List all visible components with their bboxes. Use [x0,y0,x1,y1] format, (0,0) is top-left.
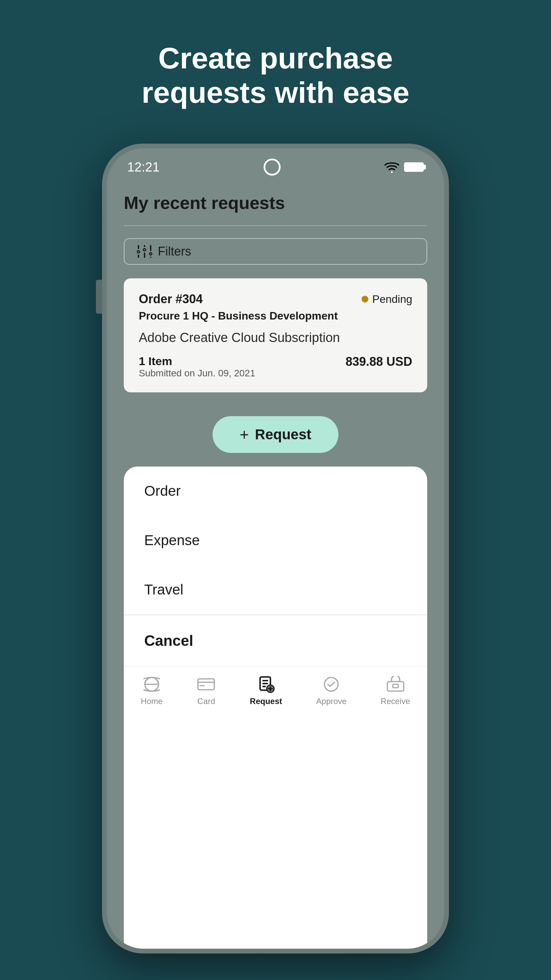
nav-item-receive[interactable]: Receive [381,675,410,706]
status-bar: 12:21 [107,148,444,179]
svg-rect-3 [198,679,214,690]
nav-item-home[interactable]: Home [141,675,163,706]
bottom-nav: Home Card [124,666,427,718]
nav-label-request: Request [250,697,282,706]
nav-label-home: Home [141,697,163,706]
order-card-header: Order #304 Pending [139,292,412,306]
order-items-count: 1 Item [139,355,255,368]
bottom-sheet: Order Expense Travel Cancel [124,466,427,949]
order-amount: 839.88 USD [346,355,412,369]
nav-item-request[interactable]: Request [250,675,282,706]
nav-label-approve: Approve [316,697,346,706]
order-footer: 1 Item Submitted on Jun. 09, 2021 839.88… [139,355,412,379]
order-items: 1 Item Submitted on Jun. 09, 2021 [139,355,255,379]
nav-label-card: Card [197,697,215,706]
page-title: Create purchase requests with ease [122,41,429,110]
phone-inner: 12:21 My recent requests [107,148,444,949]
request-button-area: + Request [124,406,427,466]
svg-point-0 [391,172,393,173]
filter-button[interactable]: Filters [124,238,427,265]
card-icon [197,675,216,694]
status-icons [384,161,424,173]
svg-point-13 [324,678,338,691]
status-text: Pending [372,293,412,305]
sheet-option-travel[interactable]: Travel [124,565,427,614]
order-number: Order #304 [139,292,203,306]
status-badge: Pending [362,293,412,305]
request-icon [256,675,275,694]
order-location: Procure 1 HQ - Business Development [139,310,412,322]
order-date: Submitted on Jun. 09, 2021 [139,368,255,379]
phone-wrapper: 12:21 My recent requests [102,143,449,953]
request-button[interactable]: + Request [213,416,339,453]
plus-icon: + [240,427,249,442]
order-description: Adobe Creative Cloud Subscription [139,331,412,345]
home-icon [142,675,161,694]
nav-item-card[interactable]: Card [197,675,216,706]
status-time: 12:21 [127,160,159,175]
order-card[interactable]: Order #304 Pending Procure 1 HQ - Busine… [124,278,427,392]
sheet-option-order[interactable]: Order [124,466,427,516]
request-button-label: Request [255,426,311,443]
filter-icon [137,245,152,258]
status-dot [362,296,368,302]
camera-icon [264,159,281,176]
battery-icon [404,162,424,172]
nav-item-approve[interactable]: Approve [316,675,346,706]
section-divider [124,225,427,226]
wifi-icon [384,161,399,173]
receive-icon [386,675,405,694]
sheet-cancel[interactable]: Cancel [124,615,427,666]
phone-outer: 12:21 My recent requests [102,143,449,953]
nav-label-receive: Receive [381,697,410,706]
filter-label: Filters [158,244,191,259]
approve-icon [322,675,341,694]
app-content: My recent requests [107,179,444,949]
svg-rect-15 [393,684,398,688]
sheet-option-expense[interactable]: Expense [124,516,427,565]
section-title: My recent requests [124,192,427,213]
svg-rect-14 [387,682,404,691]
